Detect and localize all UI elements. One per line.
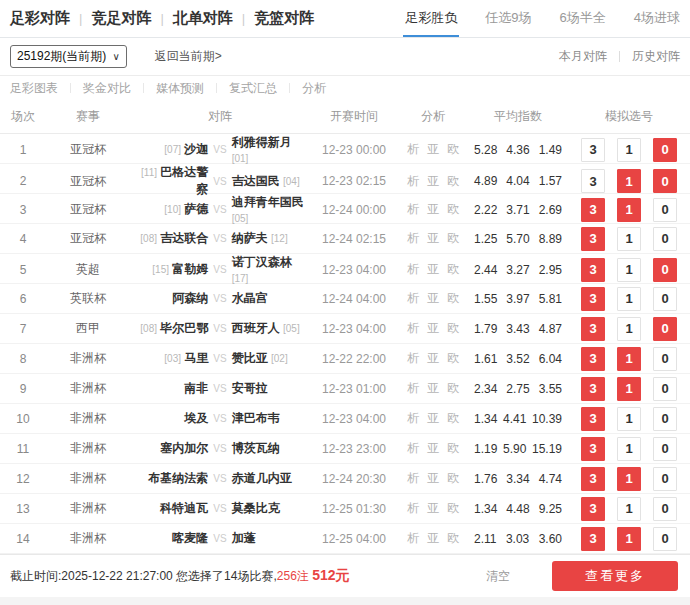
pick-button-1[interactable]: 1 bbox=[617, 138, 641, 162]
analysis-link-xi[interactable]: 析 bbox=[407, 230, 419, 247]
pick-button-1[interactable]: 1 bbox=[617, 437, 641, 461]
analysis-link-ou[interactable]: 欧 bbox=[447, 230, 459, 247]
pick-button-1[interactable]: 1 bbox=[617, 287, 641, 311]
analysis-link-ou[interactable]: 欧 bbox=[447, 440, 459, 457]
pick-button-1[interactable]: 1 bbox=[617, 497, 641, 521]
pick-button-1[interactable]: 1 bbox=[617, 347, 641, 371]
analysis-link-ya[interactable]: 亚 bbox=[427, 350, 439, 367]
analysis-link-ya[interactable]: 亚 bbox=[427, 410, 439, 427]
pick-button-1[interactable]: 1 bbox=[617, 407, 641, 431]
analysis-link-ya[interactable]: 亚 bbox=[427, 530, 439, 547]
pick-button-0[interactable]: 0 bbox=[653, 347, 677, 371]
pick-button-3[interactable]: 3 bbox=[581, 138, 605, 162]
history-matches-link[interactable]: 历史对阵 bbox=[632, 48, 680, 65]
pick-button-1[interactable]: 1 bbox=[617, 198, 641, 222]
pick-button-3[interactable]: 3 bbox=[581, 258, 605, 282]
analysis-link-ou[interactable]: 欧 bbox=[447, 470, 459, 487]
analysis-link-ya[interactable]: 亚 bbox=[427, 470, 439, 487]
analysis-link-xi[interactable]: 析 bbox=[407, 201, 419, 218]
pick-button-3[interactable]: 3 bbox=[581, 347, 605, 371]
pick-button-0[interactable]: 0 bbox=[653, 497, 677, 521]
back-to-current-link[interactable]: 返回当前期> bbox=[155, 48, 222, 65]
pick-button-3[interactable]: 3 bbox=[581, 377, 605, 401]
analysis-link-ou[interactable]: 欧 bbox=[447, 290, 459, 307]
analysis-link-ya[interactable]: 亚 bbox=[427, 500, 439, 517]
pick-button-3[interactable]: 3 bbox=[581, 407, 605, 431]
analysis-link-xi[interactable]: 析 bbox=[407, 141, 419, 158]
pick-button-1[interactable]: 1 bbox=[617, 227, 641, 251]
analysis-link-xi[interactable]: 析 bbox=[407, 173, 419, 190]
pick-button-0[interactable]: 0 bbox=[653, 317, 677, 341]
pick-button-1[interactable]: 1 bbox=[617, 377, 641, 401]
pick-button-3[interactable]: 3 bbox=[581, 497, 605, 521]
pick-button-1[interactable]: 1 bbox=[617, 527, 641, 551]
period-select[interactable]: 25192期(当前期) ∨ bbox=[10, 45, 127, 68]
subnav-multi-summary-link[interactable]: 复式汇总 bbox=[229, 80, 277, 97]
pick-button-0[interactable]: 0 bbox=[653, 258, 677, 282]
tab-4jinqiu[interactable]: 4场进球 bbox=[632, 0, 682, 37]
pick-button-1[interactable]: 1 bbox=[617, 467, 641, 491]
analysis-link-xi[interactable]: 析 bbox=[407, 470, 419, 487]
analysis-link-xi[interactable]: 析 bbox=[407, 290, 419, 307]
analysis-link-xi[interactable]: 析 bbox=[407, 530, 419, 547]
view-more-button[interactable]: 查看更多 bbox=[552, 561, 678, 591]
analysis-link-ou[interactable]: 欧 bbox=[447, 201, 459, 218]
pick-button-1[interactable]: 1 bbox=[617, 169, 641, 193]
analysis-link-ou[interactable]: 欧 bbox=[447, 350, 459, 367]
pick-button-0[interactable]: 0 bbox=[653, 287, 677, 311]
analysis-link-xi[interactable]: 析 bbox=[407, 380, 419, 397]
nav-jinglan-duizhen[interactable]: 竞篮对阵 bbox=[254, 9, 314, 28]
clear-button[interactable]: 清空 bbox=[486, 568, 510, 585]
analysis-link-ya[interactable]: 亚 bbox=[427, 380, 439, 397]
analysis-link-ou[interactable]: 欧 bbox=[447, 261, 459, 278]
subnav-media-predict-link[interactable]: 媒体预测 bbox=[156, 80, 204, 97]
subnav-chart-link[interactable]: 足彩图表 bbox=[10, 80, 58, 97]
analysis-link-ou[interactable]: 欧 bbox=[447, 410, 459, 427]
analysis-link-ya[interactable]: 亚 bbox=[427, 290, 439, 307]
pick-button-3[interactable]: 3 bbox=[581, 169, 605, 193]
tab-6banquan[interactable]: 6场半全 bbox=[558, 0, 608, 37]
pick-button-0[interactable]: 0 bbox=[653, 437, 677, 461]
analysis-link-xi[interactable]: 析 bbox=[407, 440, 419, 457]
pick-button-0[interactable]: 0 bbox=[653, 138, 677, 162]
analysis-link-xi[interactable]: 析 bbox=[407, 350, 419, 367]
analysis-link-xi[interactable]: 析 bbox=[407, 410, 419, 427]
analysis-link-xi[interactable]: 析 bbox=[407, 261, 419, 278]
analysis-link-ya[interactable]: 亚 bbox=[427, 201, 439, 218]
pick-button-0[interactable]: 0 bbox=[653, 467, 677, 491]
pick-button-3[interactable]: 3 bbox=[581, 227, 605, 251]
analysis-link-ou[interactable]: 欧 bbox=[447, 530, 459, 547]
analysis-link-ya[interactable]: 亚 bbox=[427, 173, 439, 190]
subnav-analysis-link[interactable]: 分析 bbox=[302, 80, 326, 97]
nav-zucai-duizhen[interactable]: 足彩对阵 bbox=[10, 9, 70, 28]
tab-shengfu[interactable]: 足彩胜负 bbox=[403, 0, 459, 37]
pick-button-0[interactable]: 0 bbox=[653, 377, 677, 401]
subnav-bonus-compare-link[interactable]: 奖金对比 bbox=[83, 80, 131, 97]
analysis-link-ou[interactable]: 欧 bbox=[447, 173, 459, 190]
pick-button-3[interactable]: 3 bbox=[581, 527, 605, 551]
nav-beidan-duizhen[interactable]: 北单对阵 bbox=[173, 9, 233, 28]
analysis-link-ya[interactable]: 亚 bbox=[427, 440, 439, 457]
analysis-link-ou[interactable]: 欧 bbox=[447, 141, 459, 158]
pick-button-3[interactable]: 3 bbox=[581, 198, 605, 222]
pick-button-1[interactable]: 1 bbox=[617, 258, 641, 282]
analysis-link-xi[interactable]: 析 bbox=[407, 500, 419, 517]
analysis-link-ya[interactable]: 亚 bbox=[427, 230, 439, 247]
analysis-link-ya[interactable]: 亚 bbox=[427, 261, 439, 278]
tab-renxuan9[interactable]: 任选9场 bbox=[483, 0, 533, 37]
analysis-link-ou[interactable]: 欧 bbox=[447, 320, 459, 337]
analysis-link-xi[interactable]: 析 bbox=[407, 320, 419, 337]
analysis-link-ya[interactable]: 亚 bbox=[427, 320, 439, 337]
month-matches-link[interactable]: 本月对阵 bbox=[559, 48, 607, 65]
analysis-link-ou[interactable]: 欧 bbox=[447, 500, 459, 517]
analysis-link-ou[interactable]: 欧 bbox=[447, 380, 459, 397]
pick-button-3[interactable]: 3 bbox=[581, 467, 605, 491]
nav-jingzu-duizhen[interactable]: 竞足对阵 bbox=[91, 9, 151, 28]
analysis-link-ya[interactable]: 亚 bbox=[427, 141, 439, 158]
pick-button-3[interactable]: 3 bbox=[581, 287, 605, 311]
pick-button-3[interactable]: 3 bbox=[581, 317, 605, 341]
pick-button-0[interactable]: 0 bbox=[653, 407, 677, 431]
pick-button-3[interactable]: 3 bbox=[581, 437, 605, 461]
pick-button-0[interactable]: 0 bbox=[653, 198, 677, 222]
pick-button-0[interactable]: 0 bbox=[653, 169, 677, 193]
